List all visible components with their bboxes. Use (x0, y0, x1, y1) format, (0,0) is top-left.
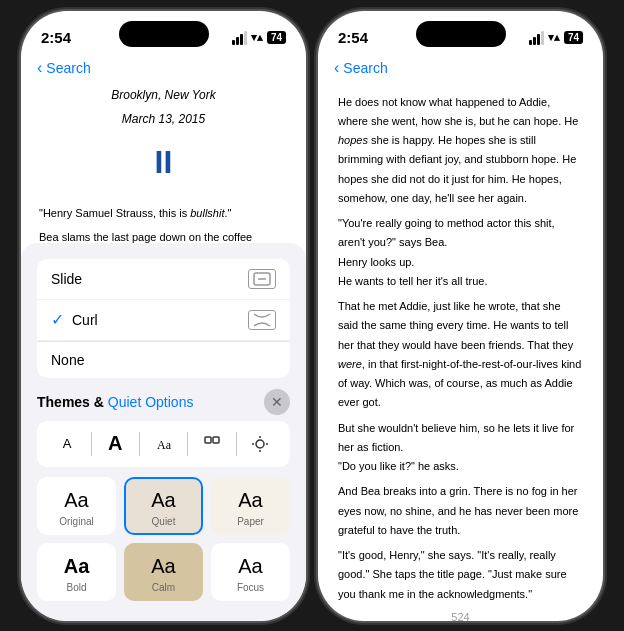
right-status-bar: 2:54 ▾▴ 74 (318, 11, 603, 55)
right-status-right: ▾▴ 74 (529, 31, 583, 45)
theme-paper-aa: Aa (238, 489, 262, 512)
para-1: "Henry Samuel Strauss, this is bullshit.… (39, 204, 288, 223)
font-large-btn[interactable]: A (97, 429, 133, 459)
back-arrow-icon: ‹ (37, 59, 42, 77)
layout-btn[interactable] (194, 429, 230, 459)
right-book-content: He does not know what happened to Addie,… (318, 85, 603, 607)
checkmark-icon: ✓ (51, 310, 64, 329)
font-icon-btn[interactable]: Aa (146, 429, 182, 459)
themes-header: Themes & Quiet Options ✕ (37, 389, 290, 415)
left-status-bar: 2:54 ▾▴ 74 (21, 11, 306, 55)
left-content: Brooklyn, New York March 13, 2015 II "He… (21, 85, 306, 621)
theme-quiet[interactable]: Aa Quiet (124, 477, 203, 535)
brightness-btn[interactable] (242, 429, 278, 459)
divider-2 (139, 432, 140, 456)
curl-label: Curl (72, 312, 98, 328)
theme-original-aa: Aa (64, 489, 88, 512)
theme-focus[interactable]: Aa Focus (211, 543, 290, 601)
right-battery-icon: 74 (564, 31, 583, 44)
slide-icon (248, 269, 276, 289)
scroll-options: Slide ✓ Curl (21, 255, 306, 383)
signal-icon (232, 31, 247, 45)
rp-6: But she wouldn't believe him, so he lets… (338, 419, 583, 458)
rp-4: He wants to tell her it's all true. (338, 272, 583, 291)
right-phone: 2:54 ▾▴ 74 ‹ Search He does not know wha… (318, 11, 603, 621)
rp-5: That he met Addie, just like he wrote, t… (338, 297, 583, 413)
none-option[interactable]: None (37, 341, 290, 378)
theme-focus-aa: Aa (238, 555, 262, 578)
close-button[interactable]: ✕ (264, 389, 290, 415)
book-date: March 13, 2015 (39, 109, 288, 129)
theme-original[interactable]: Aa Original (37, 477, 116, 535)
rp-2: "You're really going to method actor thi… (338, 214, 583, 253)
theme-cards: Aa Original Aa Quiet Aa Paper Aa (37, 477, 290, 601)
divider-3 (187, 432, 188, 456)
themes-title: Themes & (37, 394, 108, 410)
divider-1 (91, 432, 92, 456)
right-signal-icon (529, 31, 544, 45)
wifi-icon: ▾▴ (251, 31, 263, 44)
rp-7: "Do you like it?" he asks. (338, 457, 583, 476)
themes-section: Themes & Quiet Options ✕ A A Aa (21, 387, 306, 609)
right-wifi-icon: ▾▴ (548, 31, 560, 44)
rp-8: And Bea breaks into a grin. There is no … (338, 482, 583, 540)
left-time: 2:54 (41, 29, 71, 46)
none-label: None (51, 352, 84, 368)
theme-paper-name: Paper (237, 516, 264, 527)
chapter-number: II (39, 135, 288, 189)
theme-quiet-name: Quiet (152, 516, 176, 527)
svg-text:Aa: Aa (157, 438, 172, 452)
right-back-label: Search (343, 60, 387, 76)
theme-calm[interactable]: Aa Calm (124, 543, 203, 601)
curl-icon (248, 310, 276, 330)
right-nav-bar[interactable]: ‹ Search (318, 55, 603, 85)
svg-point-5 (256, 440, 264, 448)
left-phone: 2:54 ▾▴ 74 ‹ Search Brooklyn, (21, 11, 306, 621)
left-status-right: ▾▴ 74 (232, 31, 286, 45)
book-location: Brooklyn, New York (39, 85, 288, 105)
svg-rect-4 (213, 437, 219, 443)
theme-calm-name: Calm (152, 582, 175, 593)
svg-rect-3 (205, 437, 211, 443)
divider-4 (236, 432, 237, 456)
themes-title-group: Themes & Quiet Options (37, 393, 193, 411)
slide-option[interactable]: Slide (37, 259, 290, 299)
right-time: 2:54 (338, 29, 368, 46)
curl-option[interactable]: ✓ Curl (37, 300, 290, 340)
battery-icon: 74 (267, 31, 286, 44)
back-button[interactable]: ‹ Search (37, 59, 91, 77)
right-dynamic-island (416, 21, 506, 47)
right-back-button[interactable]: ‹ Search (334, 59, 388, 77)
slide-label: Slide (51, 271, 82, 287)
font-controls: A A Aa (37, 421, 290, 467)
theme-original-name: Original (59, 516, 93, 527)
left-nav-bar[interactable]: ‹ Search (21, 55, 306, 85)
book-header: Brooklyn, New York March 13, 2015 II (39, 85, 288, 190)
theme-focus-name: Focus (237, 582, 264, 593)
theme-quiet-aa: Aa (151, 489, 175, 512)
theme-calm-aa: Aa (151, 555, 175, 578)
theme-bold[interactable]: Aa Bold (37, 543, 116, 601)
theme-paper[interactable]: Aa Paper (211, 477, 290, 535)
themes-options[interactable]: Quiet Options (108, 394, 194, 410)
right-back-arrow-icon: ‹ (334, 59, 339, 77)
theme-bold-name: Bold (66, 582, 86, 593)
theme-bold-aa: Aa (64, 555, 90, 578)
rp-9: "It's good, Henry," she says. "It's real… (338, 546, 583, 604)
slide-panel: Slide ✓ Curl (21, 243, 306, 621)
font-small-btn[interactable]: A (49, 429, 85, 459)
back-label: Search (46, 60, 90, 76)
dynamic-island (119, 21, 209, 47)
rp-3: Henry looks up. (338, 253, 583, 272)
rp-1: He does not know what happened to Addie,… (338, 93, 583, 209)
page-number: 524 (318, 607, 603, 621)
